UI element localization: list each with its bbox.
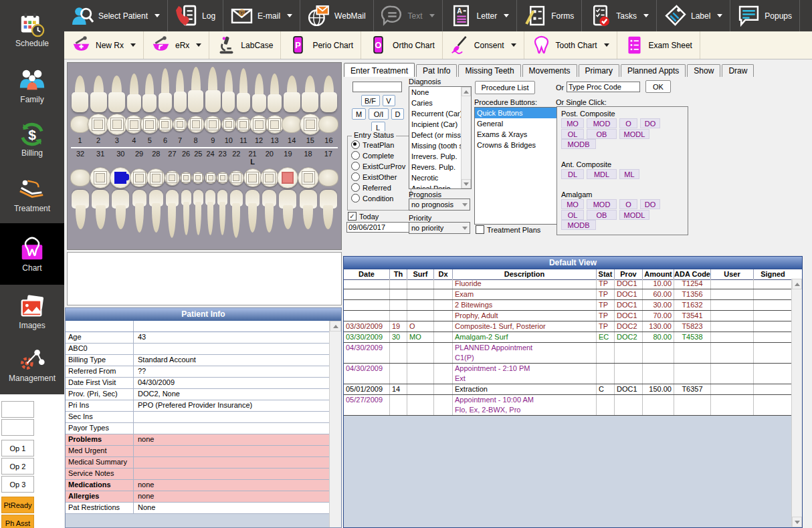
ok-button[interactable]: OK bbox=[645, 80, 671, 93]
tooth-6-graphic[interactable] bbox=[159, 65, 172, 112]
quick-proc-button-post-mod[interactable]: MOD bbox=[587, 118, 617, 128]
graphical-tooth-chart[interactable]: 1234567891011121314151632313029282726252… bbox=[67, 62, 342, 250]
tooth-20-graphic[interactable] bbox=[262, 190, 276, 246]
tooth-column-4[interactable]: 4 bbox=[126, 65, 142, 145]
sidebar-item-billing[interactable]: $Billing bbox=[0, 112, 64, 166]
patient-info-row-age[interactable]: Age43 bbox=[66, 332, 330, 344]
patient-info-row-referred-from[interactable]: Referred From?? bbox=[66, 366, 330, 378]
tooth-4-graphic[interactable] bbox=[127, 65, 141, 112]
dropdown-arrow-icon[interactable] bbox=[287, 14, 292, 17]
tooth-column-26[interactable]: 26 bbox=[181, 150, 191, 246]
tooth-column-5[interactable]: 5 bbox=[142, 65, 157, 145]
tooth-17-graphic[interactable] bbox=[320, 190, 337, 246]
radio-button-icon[interactable] bbox=[351, 183, 360, 192]
toolbar-button-tasks[interactable]: Tasks bbox=[582, 0, 657, 31]
table-column-header-ada-code[interactable]: ADA Code bbox=[674, 269, 710, 279]
sidebar-item-treatment[interactable]: Treatment bbox=[0, 166, 64, 223]
occlusal-square-marker[interactable] bbox=[224, 120, 233, 129]
quick-proc-button-ant-dl[interactable]: DL bbox=[561, 169, 584, 179]
scroll-up-icon[interactable] bbox=[792, 279, 802, 289]
amalgam-marker[interactable] bbox=[114, 172, 126, 184]
entry-status-radio-referred[interactable]: Referred bbox=[351, 183, 411, 192]
tooth-9-graphic[interactable] bbox=[205, 65, 221, 112]
tooth-3-graphic[interactable] bbox=[108, 65, 125, 112]
tooth-8-graphic[interactable] bbox=[188, 65, 203, 112]
radio-button-icon[interactable] bbox=[351, 172, 360, 181]
quick-proc-button-amalgam-mod[interactable]: MOD bbox=[587, 199, 617, 209]
occlusal-square-marker[interactable] bbox=[302, 172, 314, 184]
occlusal-square-marker[interactable] bbox=[194, 174, 202, 182]
procedure-button-category[interactable]: General bbox=[475, 118, 556, 129]
patient-info-row-medical-summary[interactable]: Medical Summary bbox=[66, 457, 330, 469]
toolbar-button-ortho-chart[interactable]: OOrtho Chart bbox=[361, 31, 443, 59]
sidebar-item-management[interactable]: Management bbox=[0, 338, 64, 390]
tooth-chart-circle[interactable] bbox=[277, 167, 298, 188]
dropdown-arrow-icon[interactable] bbox=[196, 43, 201, 47]
occlusal-square-marker[interactable] bbox=[269, 119, 280, 130]
patient-info-row-medications[interactable]: Medicationsnone bbox=[66, 480, 330, 491]
tooth-10-graphic[interactable] bbox=[222, 65, 235, 112]
table-row[interactable]: 2 BitewingsTPDOC130.00T1632 bbox=[344, 300, 792, 311]
scroll-up-icon[interactable] bbox=[330, 321, 341, 332]
tooth-27-graphic[interactable] bbox=[166, 190, 179, 246]
tooth-chart-circle[interactable] bbox=[187, 116, 205, 133]
table-column-header-amount[interactable]: Amount bbox=[642, 269, 674, 279]
occlusal-square-marker[interactable] bbox=[160, 120, 170, 130]
tooth-2-graphic[interactable] bbox=[90, 65, 107, 112]
tooth-23-graphic[interactable] bbox=[217, 190, 227, 246]
tooth-19-graphic[interactable] bbox=[279, 190, 296, 246]
tab-planned-appts[interactable]: Planned Appts bbox=[621, 64, 686, 77]
toolbar-button-select-patient[interactable]: Select Patient bbox=[64, 0, 168, 31]
toolbar-button-new-rx[interactable]: New Rx bbox=[64, 31, 144, 59]
toolbar-button-e-mail[interactable]: @E-mail bbox=[223, 0, 300, 31]
tooth-24-graphic[interactable] bbox=[205, 190, 215, 246]
quick-proc-button-ant-ml[interactable]: ML bbox=[619, 169, 639, 179]
tooth-column-29[interactable]: 29 bbox=[132, 150, 147, 246]
toolbar-button-consent[interactable]: Consent bbox=[443, 31, 524, 59]
tooth-column-28[interactable]: 28 bbox=[148, 150, 164, 246]
dropdown-arrow-icon[interactable] bbox=[604, 43, 609, 47]
quick-proc-button-post-o[interactable]: O bbox=[619, 118, 637, 128]
toolbar-button-labcase[interactable]: LabCase bbox=[209, 31, 281, 59]
tooth-28-graphic[interactable] bbox=[149, 190, 163, 246]
toolbar-button-erx[interactable]: eRx bbox=[144, 31, 209, 59]
op-button-op-2[interactable]: Op 2 bbox=[1, 458, 34, 475]
occlusal-square-marker[interactable] bbox=[94, 172, 106, 184]
tab-missing-teeth[interactable]: Missing Teeth bbox=[458, 64, 520, 77]
sidebar-item-chart[interactable]: Chart bbox=[0, 223, 64, 285]
occlusal-square-marker[interactable] bbox=[238, 120, 248, 130]
entry-status-radio-complete[interactable]: Complete bbox=[351, 151, 411, 160]
table-column-header-description[interactable]: Description bbox=[452, 269, 596, 279]
table-row[interactable]: 05/27/2009Appointment - 10:00 AMFlo, Ex,… bbox=[344, 395, 792, 416]
entry-status-radio-treatplan[interactable]: TreatPlan bbox=[351, 140, 411, 149]
tooth-5-graphic[interactable] bbox=[142, 65, 157, 112]
tooth-column-9[interactable]: 9 bbox=[205, 65, 221, 145]
quick-proc-button-amalgam-modl[interactable]: MODL bbox=[619, 210, 649, 220]
op-button-op-1[interactable]: Op 1 bbox=[1, 440, 34, 456]
molar-occlusal-surface[interactable] bbox=[70, 169, 90, 186]
treatment-date-input[interactable] bbox=[346, 222, 411, 233]
toolbar-button-text[interactable]: Text bbox=[374, 0, 443, 31]
tooth-15-graphic[interactable] bbox=[302, 65, 318, 112]
sidebar-item-schedule[interactable]: Schedule bbox=[0, 0, 64, 59]
quick-proc-button-amalgam-ob[interactable]: OB bbox=[587, 210, 617, 220]
occlusal-square-marker[interactable] bbox=[128, 119, 140, 130]
procedure-button-category[interactable]: Quick Buttons bbox=[475, 108, 556, 118]
dropdown-arrow-icon[interactable] bbox=[429, 14, 435, 17]
tooth-12-graphic[interactable] bbox=[252, 65, 266, 112]
op-button-op-3[interactable]: Op 3 bbox=[1, 476, 34, 493]
tooth-column-19[interactable]: 19 bbox=[278, 150, 297, 246]
tab-show[interactable]: Show bbox=[687, 64, 720, 77]
tooth-column-21[interactable]: 21L bbox=[245, 150, 260, 246]
tooth-chart-circle[interactable] bbox=[180, 172, 192, 184]
molar-occlusal-surface[interactable] bbox=[70, 116, 90, 133]
occlusal-square-marker[interactable] bbox=[207, 119, 218, 130]
occlusal-square-marker[interactable] bbox=[304, 118, 316, 130]
tooth-chart-circle[interactable] bbox=[165, 170, 180, 186]
tooth-column-25[interactable]: 25 bbox=[193, 150, 203, 246]
toolbar-button-label[interactable]: Label bbox=[657, 0, 730, 31]
quick-proc-button-amalgam-o[interactable]: O bbox=[619, 199, 637, 209]
surface-button-b-f[interactable]: B/F bbox=[361, 95, 380, 106]
table-column-header-dx[interactable]: Dx bbox=[433, 269, 452, 279]
quick-proc-button-ant-mdl[interactable]: MDL bbox=[587, 169, 617, 179]
